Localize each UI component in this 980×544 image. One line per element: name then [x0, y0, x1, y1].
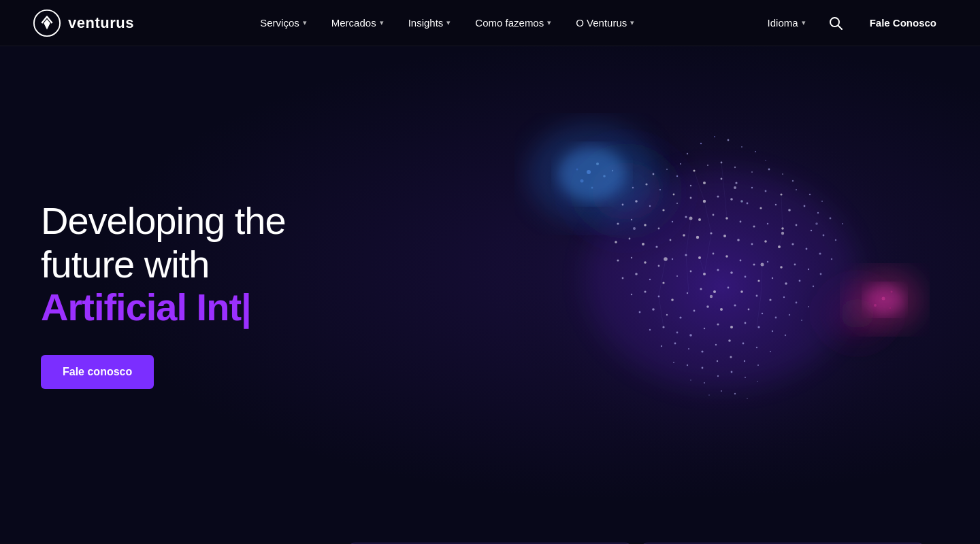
svg-point-127 [644, 290, 646, 292]
svg-point-49 [690, 197, 692, 199]
nav-item-insights[interactable]: Insights ▾ [399, 12, 461, 34]
logo-icon [33, 9, 61, 37]
svg-point-57 [804, 205, 806, 207]
fale-conosco-nav-button[interactable]: Fale Conosco [859, 12, 947, 34]
svg-point-206 [882, 297, 885, 301]
svg-point-25 [734, 167, 736, 168]
nav-item-servicos[interactable]: Serviços ▾ [250, 12, 316, 34]
nav-label-insights: Insights [408, 17, 444, 29]
svg-point-77 [835, 239, 836, 241]
svg-point-130 [687, 292, 688, 294]
svg-point-115 [676, 275, 678, 277]
svg-point-38 [751, 187, 753, 188]
hero-content: Developing the future with Artificial In… [0, 200, 286, 389]
svg-point-19 [653, 173, 655, 175]
svg-point-177 [730, 356, 732, 358]
svg-point-7 [558, 147, 626, 201]
svg-point-141 [652, 308, 655, 311]
svg-point-122 [772, 277, 773, 279]
search-icon[interactable] [823, 11, 848, 35]
nav-label-mercados: Mercados [331, 17, 376, 29]
svg-point-48 [676, 203, 678, 204]
svg-point-167 [701, 350, 703, 352]
svg-point-51 [717, 195, 719, 197]
svg-point-54 [760, 207, 762, 209]
svg-point-81 [655, 245, 657, 248]
svg-point-55 [775, 204, 777, 205]
svg-point-87 [737, 239, 740, 241]
svg-point-15 [687, 153, 688, 154]
svg-point-113 [649, 279, 651, 280]
svg-point-125 [813, 286, 814, 287]
svg-point-110 [820, 273, 822, 275]
svg-point-202 [603, 175, 606, 177]
svg-point-161 [757, 326, 760, 328]
svg-point-97 [644, 261, 647, 264]
svg-point-56 [788, 209, 791, 211]
logo-text: venturus [68, 14, 134, 32]
svg-point-62 [631, 219, 632, 220]
svg-point-178 [744, 360, 745, 362]
svg-point-64 [658, 228, 660, 230]
svg-point-45 [635, 200, 638, 203]
svg-point-82 [670, 239, 672, 241]
nav-item-como-fazemos[interactable]: Como fazemos ▾ [466, 12, 561, 34]
svg-point-179 [757, 364, 759, 366]
svg-point-164 [661, 345, 662, 347]
nav-item-o-venturus[interactable]: O Venturus ▾ [566, 12, 644, 34]
svg-point-109 [808, 269, 809, 270]
svg-point-91 [791, 243, 794, 245]
nav-item-mercados[interactable]: Mercados ▾ [322, 12, 393, 34]
svg-point-139 [808, 306, 809, 307]
svg-point-10 [585, 171, 858, 388]
svg-point-169 [728, 339, 731, 342]
svg-point-103 [725, 255, 728, 258]
svg-point-44 [622, 204, 624, 206]
svg-point-107 [780, 266, 783, 269]
svg-point-138 [796, 302, 798, 304]
svg-point-172 [770, 351, 771, 352]
svg-point-111 [622, 277, 624, 279]
svg-point-12 [714, 136, 715, 137]
svg-point-11 [700, 143, 702, 144]
svg-point-96 [631, 257, 632, 258]
svg-point-187 [721, 390, 722, 392]
svg-point-21 [676, 175, 678, 177]
hero-title-line1: Developing the [41, 200, 286, 242]
svg-point-46 [649, 205, 651, 207]
svg-point-58 [817, 212, 819, 214]
hero-globe-visual [449, 55, 980, 534]
svg-point-60 [842, 223, 843, 224]
svg-point-72 [767, 223, 768, 224]
svg-line-2 [838, 25, 842, 29]
svg-point-16 [755, 151, 756, 152]
svg-point-123 [785, 282, 787, 285]
chevron-down-icon: ▾ [630, 18, 634, 27]
svg-point-131 [700, 288, 702, 290]
hero-title-line3: Artificial Int| [41, 286, 286, 328]
idioma-dropdown[interactable]: Idioma ▾ [761, 12, 813, 34]
svg-point-32 [659, 189, 661, 190]
svg-point-160 [745, 322, 747, 324]
nav-label-como-fazemos: Como fazemos [475, 17, 544, 29]
logo-link[interactable]: venturus [33, 9, 134, 37]
svg-point-71 [753, 225, 755, 227]
svg-point-144 [693, 310, 696, 312]
svg-point-9 [866, 285, 904, 315]
svg-point-63 [644, 224, 647, 226]
svg-point-142 [666, 314, 668, 316]
svg-point-162 [772, 330, 773, 332]
svg-point-26 [751, 171, 753, 173]
svg-point-176 [717, 360, 718, 362]
svg-point-20 [666, 169, 668, 170]
svg-point-98 [658, 265, 660, 267]
svg-point-53 [747, 203, 749, 205]
svg-point-170 [742, 343, 745, 345]
svg-point-175 [702, 367, 704, 369]
hero-cta-button[interactable]: Fale conosco [41, 355, 154, 389]
svg-point-184 [745, 377, 746, 378]
svg-point-189 [747, 398, 748, 399]
svg-point-155 [676, 332, 679, 334]
chevron-down-icon: ▾ [802, 18, 806, 27]
svg-point-208 [874, 304, 877, 307]
